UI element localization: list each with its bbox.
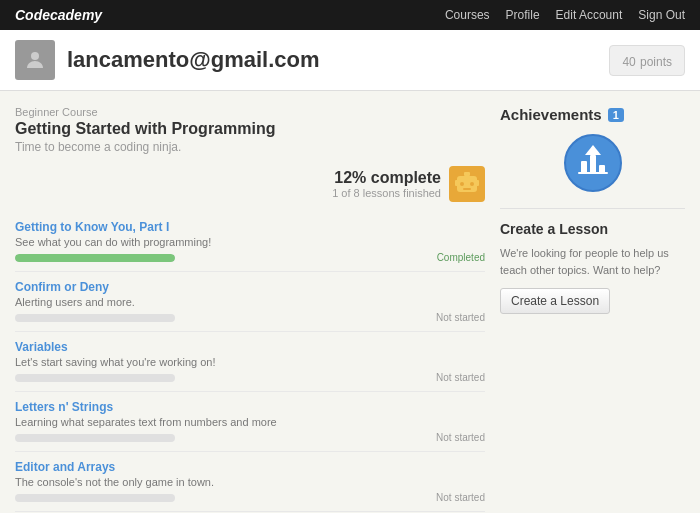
- svg-rect-8: [476, 180, 479, 186]
- left-column: Beginner Course Getting Started with Pro…: [15, 106, 485, 513]
- lesson-title[interactable]: Editor and Arrays: [15, 460, 485, 474]
- lesson-progress-row: Not started: [15, 432, 485, 443]
- achievement-badge-container: [500, 133, 685, 193]
- completion-percent: 12% complete: [332, 169, 441, 187]
- lesson-desc: Let's start saving what you're working o…: [15, 356, 485, 368]
- lesson-status: Not started: [436, 372, 485, 383]
- logo: Codecademy: [15, 7, 102, 23]
- create-lesson-button[interactable]: Create a Lesson: [500, 288, 610, 314]
- svg-rect-10: [581, 161, 587, 173]
- lesson-title[interactable]: Confirm or Deny: [15, 280, 485, 294]
- nav-links: Courses Profile Edit Account Sign Out: [445, 8, 685, 22]
- course-title: Getting Started with Programming: [15, 120, 485, 138]
- create-lesson-text: We're looking for people to help us teac…: [500, 245, 685, 278]
- lesson-progress-row: Not started: [15, 372, 485, 383]
- points-value: 40: [622, 55, 635, 69]
- completion-detail: 1 of 8 lessons finished: [332, 187, 441, 199]
- completion-icon: [449, 166, 485, 202]
- points-badge: 40 points: [609, 45, 685, 76]
- lesson-title[interactable]: Variables: [15, 340, 485, 354]
- progress-bar-container: [15, 314, 175, 322]
- main-content: Beginner Course Getting Started with Pro…: [0, 91, 700, 513]
- progress-bar-container: [15, 494, 175, 502]
- svg-point-0: [31, 52, 39, 60]
- achievements-title: Achievements: [500, 106, 602, 123]
- lesson-progress-row: Not started: [15, 312, 485, 323]
- lesson-item: VariablesLet's start saving what you're …: [15, 332, 485, 392]
- profile-link[interactable]: Profile: [506, 8, 540, 22]
- progress-bar-container: [15, 374, 175, 382]
- svg-rect-7: [455, 180, 458, 186]
- lesson-status: Not started: [436, 432, 485, 443]
- achievements-count: 1: [608, 108, 624, 122]
- lesson-item: Editor and ArraysThe console's not the o…: [15, 452, 485, 512]
- create-lesson-section: Create a Lesson We're looking for people…: [500, 208, 685, 314]
- course-meta: Beginner Course: [15, 106, 485, 118]
- lesson-status: Not started: [436, 492, 485, 503]
- progress-bar-container: [15, 434, 175, 442]
- svg-rect-5: [463, 188, 471, 190]
- lesson-progress-row: Not started: [15, 492, 485, 503]
- header: lancamento@gmail.com 40 points: [0, 30, 700, 91]
- svg-point-3: [460, 182, 464, 186]
- course-subtitle: Time to become a coding ninja.: [15, 140, 485, 154]
- achievement-badge-icon: [563, 133, 623, 193]
- lesson-status: Completed: [437, 252, 485, 263]
- courses-link[interactable]: Courses: [445, 8, 490, 22]
- create-lesson-title: Create a Lesson: [500, 221, 685, 237]
- achievements-header: Achievements 1: [500, 106, 685, 123]
- sign-out-link[interactable]: Sign Out: [638, 8, 685, 22]
- lesson-item: Getting to Know You, Part ISee what you …: [15, 212, 485, 272]
- svg-point-4: [470, 182, 474, 186]
- lesson-title[interactable]: Getting to Know You, Part I: [15, 220, 485, 234]
- progress-bar-container: [15, 254, 175, 262]
- right-column: Achievements 1 Create a Lesson We're loo…: [500, 106, 685, 513]
- progress-bar-fill: [15, 254, 175, 262]
- avatar: [15, 40, 55, 80]
- lesson-item: Letters n' StringsLearning what separate…: [15, 392, 485, 452]
- lesson-desc: Learning what separates text from number…: [15, 416, 485, 428]
- lesson-desc: The console's not the only game in town.: [15, 476, 485, 488]
- svg-rect-6: [464, 172, 470, 176]
- lesson-desc: See what you can do with programming!: [15, 236, 485, 248]
- navbar: Codecademy Courses Profile Edit Account …: [0, 0, 700, 30]
- completion-row: 12% complete 1 of 8 lessons finished: [15, 166, 485, 202]
- user-email: lancamento@gmail.com: [67, 47, 597, 73]
- lesson-item: Confirm or DenyAlerting users and more.N…: [15, 272, 485, 332]
- lesson-title[interactable]: Letters n' Strings: [15, 400, 485, 414]
- svg-rect-13: [578, 172, 608, 174]
- lesson-progress-row: Completed: [15, 252, 485, 263]
- lessons-list: Getting to Know You, Part ISee what you …: [15, 212, 485, 513]
- svg-rect-12: [599, 165, 605, 173]
- points-label: points: [640, 55, 672, 69]
- lesson-status: Not started: [436, 312, 485, 323]
- svg-rect-11: [590, 155, 596, 173]
- lesson-desc: Alerting users and more.: [15, 296, 485, 308]
- edit-account-link[interactable]: Edit Account: [556, 8, 623, 22]
